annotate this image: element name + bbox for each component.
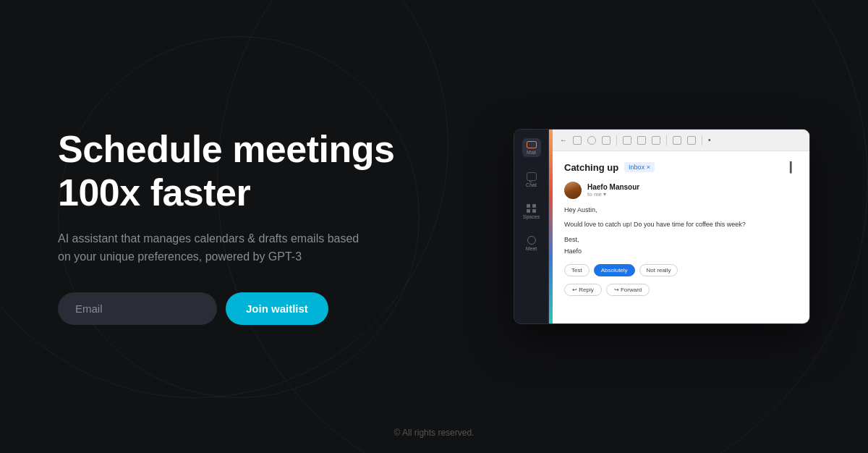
email-content-area: Catching up Inbox × ▎ Haefo Mansour to m… — [553, 151, 809, 323]
spaces-label: Spaces — [523, 214, 540, 219]
email-sign1: Best, — [564, 234, 798, 245]
action-row: ↩ Reply ↪ Forward — [564, 284, 798, 296]
left-content: Schedule meetings 100x faster AI assista… — [58, 128, 394, 325]
chat-label: Chat — [526, 182, 537, 187]
circle-icon[interactable] — [587, 136, 596, 145]
toolbar-divider-2 — [666, 135, 667, 145]
mail-label: Mail — [527, 150, 536, 155]
email-subject: Catching up — [564, 162, 618, 173]
suggestion-test[interactable]: Test — [564, 264, 590, 276]
sidebar-mail-icon[interactable]: Mail — [522, 138, 541, 157]
email-toolbar: ← • — [553, 130, 809, 151]
forward-button[interactable]: ↪ Forward — [606, 284, 650, 296]
email-input[interactable] — [58, 292, 217, 325]
sender-row: Haefo Mansour to me ▾ — [564, 182, 798, 199]
subheadline: AI assistant that manages calendars & dr… — [58, 229, 362, 266]
suggestion-not-really[interactable]: Not really — [639, 264, 678, 276]
subject-row: Catching up Inbox × ▎ — [564, 161, 798, 173]
footer: © All rights reserved. — [0, 426, 868, 439]
email-sidebar: Mail Chat Spaces Meet — [514, 130, 549, 323]
folder-icon[interactable] — [673, 136, 681, 145]
mail-icon[interactable] — [623, 136, 631, 145]
email-body: Hey Austin, Would love to catch up! Do y… — [564, 205, 798, 257]
toolbar-divider-3 — [702, 135, 702, 145]
email-app-window: Mail Chat Spaces Meet — [514, 129, 810, 324]
reply-button[interactable]: ↩ Reply — [564, 284, 602, 296]
more-options-icon[interactable]: • — [708, 136, 712, 144]
sender-name: Haefo Mansour — [587, 183, 639, 191]
email-sign2: Haefo — [564, 246, 798, 256]
add-icon[interactable] — [637, 136, 646, 145]
edit-icon[interactable] — [687, 136, 696, 145]
sidebar-chat-icon[interactable]: Chat — [522, 170, 541, 189]
email-greeting: Hey Austin, — [564, 205, 798, 215]
sender-avatar — [564, 182, 582, 199]
cta-row: Join waitlist — [58, 292, 394, 325]
footer-text: © All rights reserved. — [394, 428, 475, 438]
delete-icon[interactable] — [602, 136, 610, 145]
reply-suggestions: Test Absolutely Not really — [564, 264, 798, 276]
page-layout: Schedule meetings 100x faster AI assista… — [0, 0, 868, 453]
archive-icon[interactable] — [573, 136, 582, 145]
toolbar-divider-1 — [616, 135, 617, 145]
inbox-badge: Inbox × — [624, 162, 655, 172]
spaces-grid — [527, 204, 537, 213]
email-main: ← • Ca — [553, 130, 809, 323]
meet-circle — [527, 236, 536, 245]
sender-info: Haefo Mansour to me ▾ — [587, 183, 639, 198]
back-arrow-icon[interactable]: ← — [560, 136, 567, 144]
main-headline: Schedule meetings 100x faster — [58, 128, 394, 215]
suggestion-absolutely[interactable]: Absolutely — [594, 264, 635, 276]
join-waitlist-button[interactable]: Join waitlist — [226, 292, 328, 325]
app-screenshot: Mail Chat Spaces Meet — [514, 129, 810, 324]
meet-label: Meet — [526, 246, 537, 251]
cursor-indicator: ▎ — [790, 161, 798, 173]
avatar-image — [564, 182, 582, 199]
email-message: Would love to catch up! Do you have time… — [564, 219, 798, 229]
refresh-icon[interactable] — [652, 136, 660, 145]
sidebar-meet-icon[interactable]: Meet — [522, 234, 541, 253]
sidebar-spaces-icon[interactable]: Spaces — [522, 202, 541, 221]
sender-meta: to me ▾ — [587, 191, 639, 198]
